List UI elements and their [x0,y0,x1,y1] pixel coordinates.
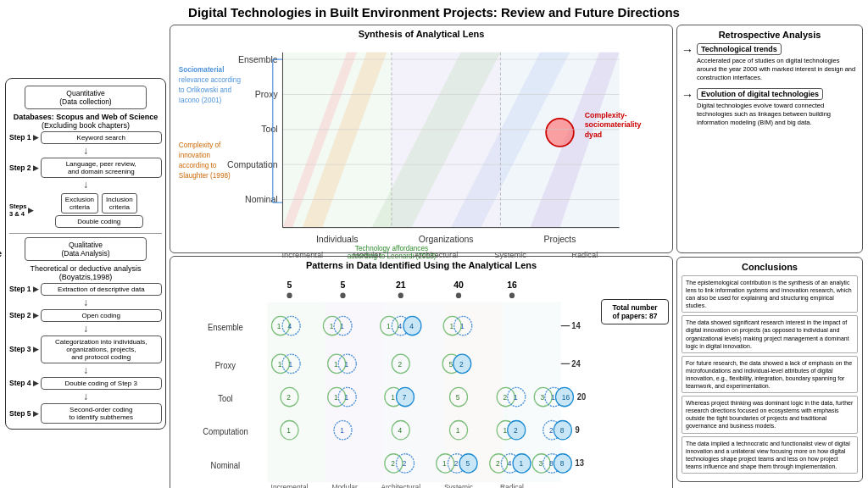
synthesis-panel: Synthesis of Analytical Lens [170,25,673,253]
retrospective-panel: Retrospective Analysis → Technological t… [676,25,863,253]
svg-text:4: 4 [398,426,403,435]
svg-text:1: 1 [288,359,292,368]
conclusions-panel: Conclusions The epistemological contribu… [676,257,863,482]
svg-text:1: 1 [287,426,291,435]
svg-text:4: 4 [398,322,403,330]
svg-text:1: 1 [340,426,344,435]
svg-text:Computation: Computation [203,427,248,436]
svg-point-55 [398,292,403,298]
quant-box: Quantitative(Data collection) [25,86,147,109]
svg-text:16: 16 [562,393,570,402]
mixed-lit-label: MixedLiteratureReview [0,237,3,270]
svg-text:1: 1 [450,322,454,330]
conclusion-4: Whereas project thinking was dominant lo… [682,396,858,433]
svg-text:3: 3 [541,393,545,402]
svg-text:2: 2 [549,426,554,435]
patterns-title: Patterns in Data Identified Using the An… [174,260,669,270]
retro-text-1: Accelerated pace of studies on digital t… [697,57,858,81]
svg-text:Nominal: Nominal [211,460,241,469]
retro-item-2: → Evolution of digital technologies Digi… [682,88,858,126]
svg-text:40: 40 [453,279,464,289]
svg-text:Systemic: Systemic [444,483,474,488]
step-row-q1: Step 1 ▶ Keyword search [9,131,162,144]
svg-text:1: 1 [334,393,338,402]
conclusions-title: Conclusions [682,262,858,272]
step-row-q34: Steps3 & 4 ▶ Exclusioncriteria Inclusion… [9,191,162,230]
svg-text:8: 8 [549,459,554,468]
svg-text:2: 2 [454,459,459,468]
svg-point-57 [509,292,515,298]
svg-text:20: 20 [577,392,587,402]
svg-text:according to: according to [179,162,217,169]
svg-text:2: 2 [504,393,508,402]
svg-text:9: 9 [576,425,581,435]
svg-text:8: 8 [560,426,565,435]
svg-text:4: 4 [508,459,512,468]
svg-text:1: 1 [345,393,349,402]
svg-text:Individuals: Individuals [316,234,359,244]
svg-text:1: 1 [387,322,391,330]
svg-text:Complexity of: Complexity of [179,141,221,149]
svg-text:1: 1 [456,426,460,435]
synthesis-title: Synthesis of Analytical Lens [174,29,669,39]
svg-text:13: 13 [576,458,585,468]
svg-text:2: 2 [398,359,403,368]
svg-text:2: 2 [287,393,291,402]
svg-text:2: 2 [496,459,500,468]
svg-text:Tool: Tool [218,394,232,403]
middle-panel: Synthesis of Analytical Lens [170,25,673,482]
retro-item-1: → Technological trends Accelerated pace … [682,43,858,81]
svg-text:1: 1 [334,359,338,368]
conclusion-2: The data showed significant research int… [682,315,858,352]
svg-point-54 [340,292,345,298]
svg-text:1: 1 [278,359,282,368]
svg-text:21: 21 [396,279,406,289]
svg-text:Organizations: Organizations [419,234,474,244]
svg-point-56 [456,292,461,298]
svg-text:5: 5 [341,279,346,289]
left-panel: Quantitative(Data collection) Databases:… [5,78,166,430]
retro-title-1: Technological trends [697,43,782,55]
patterns-chart: 5 5 21 40 16 [174,274,601,488]
svg-text:Tool: Tool [261,124,277,134]
retrospective-title: Retrospective Analysis [682,30,858,40]
svg-text:1: 1 [504,426,508,435]
svg-text:1: 1 [519,459,523,468]
svg-text:Technology affordances: Technology affordances [355,245,428,252]
svg-text:4: 4 [409,322,414,330]
svg-text:24: 24 [571,358,581,368]
svg-text:Slaughter (1998): Slaughter (1998) [179,172,231,180]
svg-text:2: 2 [391,459,395,468]
svg-text:Modular: Modular [331,483,357,488]
right-panel: Retrospective Analysis → Technological t… [676,25,863,482]
theo-label: Theoretical or deductive analysis(Boyatz… [9,264,162,281]
qual-box: Qualitative(Data Analysis) [25,237,147,261]
page-title: Digital Technologies in Built Environmen… [5,5,863,19]
svg-text:5: 5 [465,459,470,468]
svg-rect-58 [267,302,325,483]
svg-text:5: 5 [287,279,292,289]
conclusion-5: The data implied a technocratic and func… [682,436,858,474]
svg-text:5: 5 [456,393,460,402]
svg-text:Ensemble: Ensemble [238,54,278,64]
conclusion-1: The epistemological contribution is the … [682,275,858,313]
svg-text:Sociomaterial: Sociomaterial [179,66,225,74]
svg-point-53 [287,292,292,298]
total-papers: Total numberof papers: 87 [601,299,669,324]
svg-text:Architectural: Architectural [381,483,420,488]
svg-text:Proxy: Proxy [255,89,279,99]
svg-text:1: 1 [277,322,281,330]
retro-text-2: Digital technologies evolve toward conne… [697,102,858,126]
svg-text:2: 2 [459,359,464,368]
svg-text:1: 1 [330,322,334,330]
svg-text:16: 16 [507,279,517,289]
svg-text:Incremental: Incremental [271,483,309,488]
svg-text:Radical: Radical [500,483,524,488]
patterns-panel: Patterns in Data Identified Using the An… [170,256,673,488]
step-row-ql3: Step 3 ▶ Categorization into individuals… [9,336,162,363]
svg-text:dyad: dyad [585,130,602,139]
svg-text:1: 1 [460,322,465,330]
svg-text:5: 5 [448,359,453,368]
svg-text:1: 1 [551,393,555,402]
step-row-ql5: Step 5 ▶ Second-order codingto identify … [9,403,162,424]
